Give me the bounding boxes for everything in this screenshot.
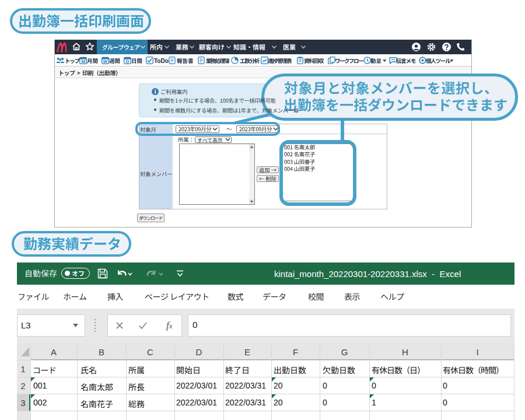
svg-text:W: W — [103, 59, 108, 64]
svg-text:M: M — [82, 59, 86, 64]
svg-text:D: D — [126, 59, 130, 64]
